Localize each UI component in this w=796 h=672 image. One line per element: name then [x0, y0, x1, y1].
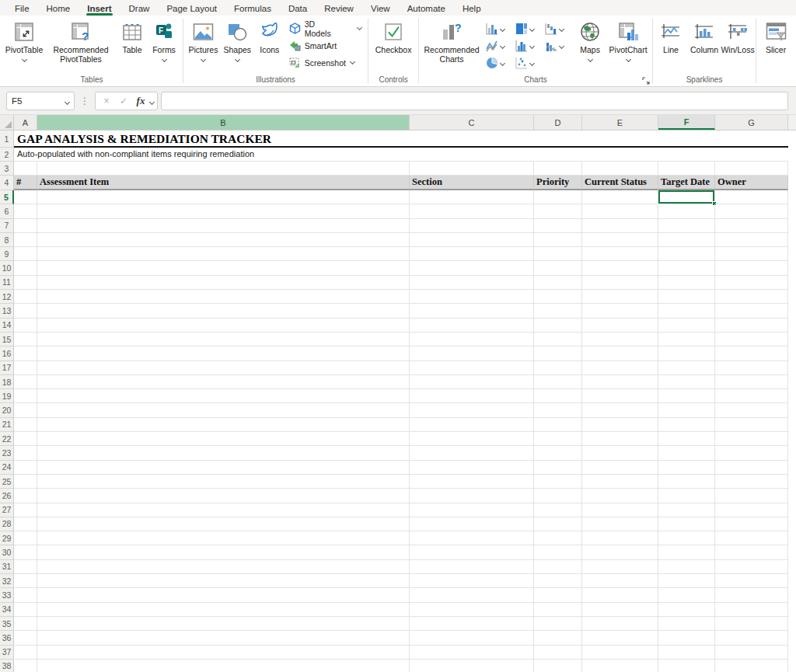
cell-F8[interactable]	[658, 233, 715, 247]
cell-E12[interactable]	[582, 290, 658, 304]
menu-tab-file[interactable]: File	[9, 0, 35, 16]
cell-A5[interactable]	[14, 190, 37, 204]
cell-A32[interactable]	[14, 574, 37, 588]
cell-B12[interactable]	[37, 290, 410, 304]
cell-A37[interactable]	[14, 646, 37, 660]
selected-cell-F5[interactable]	[658, 190, 715, 204]
cell-E14[interactable]	[582, 319, 658, 333]
cell-F16[interactable]	[658, 346, 715, 360]
cell-G20[interactable]	[715, 403, 788, 417]
cell-G10[interactable]	[715, 261, 788, 275]
row-header-2[interactable]: 2	[0, 148, 14, 162]
enter-icon[interactable]: ✓	[116, 96, 131, 106]
cell-A31[interactable]	[14, 560, 37, 574]
cell-G11[interactable]	[715, 276, 788, 290]
cell-C25[interactable]	[410, 475, 534, 489]
cell-C23[interactable]	[410, 446, 534, 460]
cell-D26[interactable]	[534, 489, 582, 503]
cell-D3[interactable]	[534, 162, 582, 176]
cell-D30[interactable]	[534, 545, 582, 559]
cell-E22[interactable]	[582, 432, 658, 446]
cell-A23[interactable]	[14, 446, 37, 460]
row-header-23[interactable]: 23	[0, 446, 14, 460]
row-header-24[interactable]: 24	[0, 461, 14, 475]
cell-E32[interactable]	[582, 574, 658, 588]
cell-D34[interactable]	[534, 603, 582, 617]
smartart-button[interactable]: SmartArt	[287, 38, 364, 53]
cell-F17[interactable]	[658, 361, 715, 375]
cell-D4[interactable]: Priority	[534, 176, 582, 190]
cell-B19[interactable]	[37, 389, 410, 403]
cell-E16[interactable]	[582, 346, 658, 360]
row-header-1[interactable]: 1	[0, 131, 14, 148]
menu-tab-draw[interactable]: Draw	[124, 0, 155, 16]
cell-D25[interactable]	[534, 475, 582, 489]
cell-B28[interactable]	[37, 517, 410, 531]
cell-A30[interactable]	[14, 545, 37, 559]
cell-B26[interactable]	[37, 489, 410, 503]
cell-B18[interactable]	[37, 375, 410, 389]
row-header-31[interactable]: 31	[0, 560, 14, 574]
cell-G28[interactable]	[715, 517, 788, 531]
cell-G9[interactable]	[715, 247, 788, 261]
cell-A34[interactable]	[14, 603, 37, 617]
cell-C24[interactable]	[410, 461, 534, 475]
cell-B3[interactable]	[37, 162, 410, 176]
cell-G4[interactable]: Owner	[715, 176, 788, 190]
cell-B27[interactable]	[37, 503, 410, 517]
cell-G13[interactable]	[715, 304, 788, 318]
cell-A25[interactable]	[14, 475, 37, 489]
cell-B11[interactable]	[37, 276, 410, 290]
cell-D10[interactable]	[534, 261, 582, 275]
cell-B6[interactable]	[37, 204, 410, 218]
row-header-34[interactable]: 34	[0, 603, 14, 617]
cell-B29[interactable]	[37, 531, 410, 545]
cell-A16[interactable]	[14, 346, 37, 360]
cell-G24[interactable]	[715, 461, 788, 475]
cell-G36[interactable]	[715, 631, 788, 645]
cell-F21[interactable]	[658, 418, 715, 432]
cell-B20[interactable]	[37, 403, 410, 417]
cell-A15[interactable]	[14, 333, 37, 346]
row-header-21[interactable]: 21	[0, 418, 14, 432]
cell-G37[interactable]	[715, 646, 788, 660]
cell-D13[interactable]	[534, 304, 582, 318]
cell-E28[interactable]	[582, 517, 658, 531]
cell-A4[interactable]: #	[14, 176, 37, 190]
3d-models-button[interactable]: 3D Models	[287, 21, 364, 36]
cell-B5[interactable]	[37, 190, 410, 204]
cell-C13[interactable]	[410, 304, 534, 318]
row-header-19[interactable]: 19	[0, 389, 14, 403]
cell-E7[interactable]	[582, 219, 658, 233]
icons-button[interactable]: Icons	[254, 17, 285, 55]
row-header-8[interactable]: 8	[0, 233, 14, 247]
cell-B21[interactable]	[37, 418, 410, 432]
cell-B4[interactable]: Assessment Item	[37, 176, 410, 190]
cell-G32[interactable]	[715, 574, 788, 588]
cell-G3[interactable]	[715, 162, 788, 176]
insert-function-icon[interactable]: fx	[133, 95, 148, 107]
row-header-9[interactable]: 9	[0, 247, 14, 261]
cell-A20[interactable]	[14, 403, 37, 417]
cell-C30[interactable]	[410, 545, 534, 559]
cell-E36[interactable]	[582, 631, 658, 645]
cell-A35[interactable]	[14, 617, 37, 631]
row-header-29[interactable]: 29	[0, 531, 14, 545]
cell-B32[interactable]	[37, 574, 410, 588]
cell-A9[interactable]	[14, 247, 37, 261]
cell-F35[interactable]	[658, 617, 715, 631]
row-header-18[interactable]: 18	[0, 375, 14, 389]
insert-scatter-or-bubble-chart-button[interactable]	[513, 54, 543, 71]
cell-C27[interactable]	[410, 503, 534, 517]
cell-C11[interactable]	[410, 276, 534, 290]
recommended-charts-button[interactable]: ? Recommended Charts	[421, 17, 482, 64]
cell-B24[interactable]	[37, 461, 410, 475]
cell-F32[interactable]	[658, 574, 715, 588]
cell-B35[interactable]	[37, 617, 410, 631]
cell-G22[interactable]	[715, 432, 788, 446]
cell-E30[interactable]	[582, 545, 658, 559]
cell-C15[interactable]	[410, 333, 534, 346]
cell-E8[interactable]	[582, 233, 658, 247]
insert-combo-chart-button[interactable]	[543, 37, 572, 54]
cell-D35[interactable]	[534, 617, 582, 631]
